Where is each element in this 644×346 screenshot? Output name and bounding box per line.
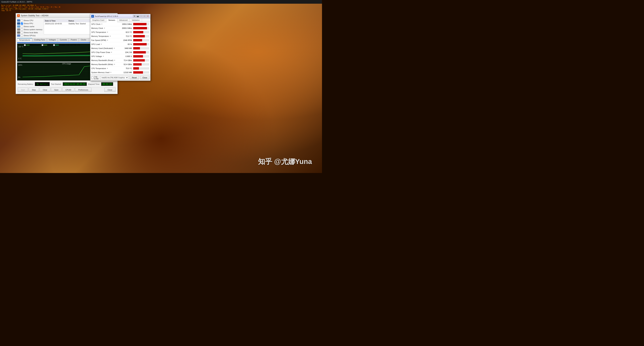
temp-chart-legend: ✓ Motherboard ✓ CPU ✓ Predator SSD GM700… (24, 44, 80, 46)
memory-temp-value: 72.0 °C (120, 35, 133, 37)
stress-mem-item: Stress system memory (17, 28, 42, 31)
gpuz-close-btn[interactable]: Close (140, 76, 149, 79)
sensor-gpu-power: GPU Chip Power Draw ▼ 134.2 W (90, 50, 150, 54)
memory-used-label: Memory Used (Dedicated) (91, 47, 113, 49)
disk-icon (17, 31, 20, 34)
tab-advanced[interactable]: Advanced (117, 18, 130, 22)
clear-button[interactable]: Clear (40, 88, 50, 92)
gpu-select[interactable]: Intel(R) Arc(TM) A580 Graphics (100, 76, 128, 79)
tab-powers[interactable]: Powers (69, 38, 79, 41)
sensor-gpu-temp: GPU Temperature ▼ 62.0 °C (90, 30, 150, 34)
bw-write-value: 52.4 GB/s (120, 63, 133, 65)
test-started-label: Test Started: (51, 83, 62, 85)
gpuz-camera-button[interactable]: 📷 (136, 15, 139, 17)
cpu-chart-title: CPU Usage (62, 63, 71, 65)
bw-read-value: 72.4 GB/s (120, 59, 133, 61)
memory-used-arrow[interactable]: ▼ (114, 47, 115, 49)
cpu-temp-label: CPU Temperature (91, 67, 106, 69)
taskbar-title: Geeks3D FurMark v1.36.0.0 – 39FPS (1, 1, 32, 3)
gpuz-tabs: Graphics Card Sensors Advanced Validatio… (90, 18, 150, 22)
cpu-temp-value: 75.9 °C (120, 67, 133, 69)
tab-graphics-card[interactable]: Graphics Card (90, 18, 106, 22)
bw-read-arrow[interactable]: ▼ (114, 59, 116, 61)
overlay-line-1: Burns in buf: 36.00MB 101 WRAP: 101 MSAA… (1, 5, 60, 6)
stop-button[interactable]: Stop (29, 88, 39, 92)
fan-speed-arrow[interactable]: ▼ (107, 39, 108, 41)
save-button[interactable]: Save (51, 88, 62, 92)
ssd-legend-label: Predator SSD GM7000 4TB (59, 44, 80, 46)
gpu-temp-bar-container (133, 31, 149, 33)
stress-disk-label: Stress local disks (24, 31, 38, 33)
stress-cache-item: Stress cache (17, 25, 42, 28)
battery-label: Remaining Battery: (18, 83, 34, 85)
temp-chart-y-min: 0 °C (18, 58, 22, 59)
fpu-icon (17, 22, 20, 25)
memory-clock-arrow[interactable]: ▼ (104, 27, 105, 29)
gpu-load-arrow[interactable]: ▼ (100, 43, 102, 45)
cache-icon (17, 25, 20, 28)
gpu-power-label: GPU Chip Power Draw (91, 51, 110, 53)
gpuz-close-button[interactable]: ✕ (146, 15, 149, 17)
cpu-check[interactable]: ✓ (42, 44, 43, 46)
cpu-temp-bar (133, 67, 139, 69)
gpu-power-arrow[interactable]: ▼ (111, 51, 112, 53)
gpu-temp-arrow[interactable]: ▼ (107, 31, 108, 33)
aida64-buttons: Start Stop Clear Save CPUID Preferences … (17, 87, 116, 92)
motherboard-check[interactable]: ✓ (24, 44, 26, 46)
cpu-temp-bar-container (133, 67, 149, 69)
cpu-chart-y-min: 0% (18, 76, 20, 78)
sys-mem-bar (133, 71, 143, 74)
gpu-voltage-arrow[interactable]: ▼ (103, 55, 104, 57)
battery-value: No battery (35, 82, 50, 86)
start-button[interactable]: Start (18, 88, 28, 92)
gpu-power-bar-container (133, 51, 149, 53)
log-to-file-label[interactable]: Log to file (91, 76, 99, 80)
watermark: 知乎 @尤娜Yuna (258, 157, 312, 166)
stress-disk-checkbox[interactable] (21, 31, 23, 34)
aida64-icon: A (17, 14, 20, 17)
gpuz-settings-button[interactable]: ⚙ (133, 15, 136, 17)
tab-temperatures[interactable]: Temperatures (17, 38, 32, 41)
gpuz-maximize-button[interactable]: □ (143, 15, 146, 17)
sys-mem-arrow[interactable]: ▼ (110, 72, 112, 73)
tab-cooling-fans[interactable]: Cooling Fans (32, 38, 47, 41)
tab-sensors[interactable]: Sensors (106, 18, 117, 22)
tab-voltages[interactable]: Voltages (47, 38, 58, 41)
gpu-clock-arrow[interactable]: ▼ (101, 23, 102, 25)
ssd-check[interactable]: ✓ (53, 44, 55, 46)
log-to-file-checkbox[interactable] (91, 77, 94, 79)
gpuz-title: TechPowerUp GPU-Z 2.55.0 (95, 15, 133, 17)
tab-currents[interactable]: Currents (58, 38, 69, 41)
stress-gpu-label: Stress GPU(s) (24, 34, 36, 36)
stress-mem-checkbox[interactable] (21, 28, 23, 31)
gpu-clock-bar-container (133, 23, 149, 25)
stress-cache-checkbox[interactable] (21, 25, 23, 28)
stress-fpu-checkbox[interactable] (21, 22, 23, 25)
preferences-button[interactable]: Preferences (75, 88, 91, 92)
fan-speed-value: 1546 RPM (120, 39, 133, 41)
memory-clock-label: Memory Clock (91, 27, 103, 29)
sensor-fan-speed: Fan Speed (RPM) ▼ 1546 RPM (90, 38, 150, 42)
close-aida-button[interactable]: Close (104, 88, 116, 92)
gpu-load-label: GPU Load (91, 43, 100, 45)
stress-fpu-label: Stress FPU (24, 22, 33, 24)
gpuz-reset-button[interactable]: Reset (130, 76, 139, 79)
sensor-cpu-temp: CPU Temperature ▼ 75.9 °C (90, 66, 150, 70)
cpu-temp-arrow[interactable]: ▼ (107, 67, 108, 69)
sensor-bw-write: Memory Bandwidth (Write) ▼ 52.4 GB/s (90, 62, 150, 66)
bw-write-arrow[interactable]: ▼ (114, 63, 115, 65)
gpuz-minimize-button[interactable]: ─ (140, 15, 143, 17)
stress-gpu-checkbox[interactable] (21, 34, 23, 37)
memory-temp-arrow[interactable]: ▼ (110, 35, 111, 37)
memory-temp-label: Memory Temperature (91, 35, 109, 37)
legend-cpu: ✓ CPU (42, 44, 51, 46)
tab-validation[interactable]: Validation (130, 18, 142, 22)
tab-clocks[interactable]: Clocks (79, 38, 88, 41)
mem-icon (17, 28, 20, 31)
cpuid-button[interactable]: CPUID (62, 88, 74, 92)
sys-mem-label: System Memory Used (91, 71, 110, 73)
gpu-voltage-label: GPU Voltage (91, 55, 102, 57)
gpuz-window: G TechPowerUp GPU-Z 2.55.0 ⚙ 📷 ─ □ ✕ Gra… (90, 14, 150, 81)
fan-speed-bar-container (133, 39, 149, 41)
stress-cpu-checkbox[interactable] (21, 19, 23, 22)
